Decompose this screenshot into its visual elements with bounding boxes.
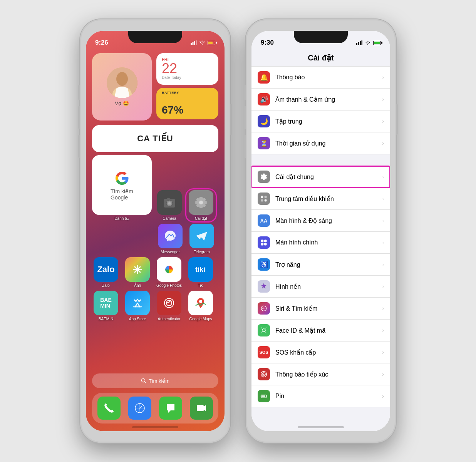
left-screen: 9:26 xyxy=(86,31,225,431)
dock-phone[interactable] xyxy=(97,397,121,420)
search-bar[interactable]: Tìm kiếm xyxy=(92,373,218,388)
taptrung-icon: 🌙 xyxy=(258,115,270,127)
telegram-icon-wrap xyxy=(189,224,214,248)
app-label-baemin: BAEMIN xyxy=(99,317,113,321)
google-photos-svg xyxy=(162,263,176,276)
zalo-text: Zalo xyxy=(97,264,114,275)
manhinh-label: Màn hình & Độ sáng xyxy=(275,217,377,224)
settings-list: 🔔 Thông báo › 🔊 Âm thanh & Cảm ứng › 🌙 T… xyxy=(251,66,390,424)
contact-notif-icon xyxy=(260,370,268,378)
pin-label: Pin xyxy=(275,393,377,400)
google-maps-svg xyxy=(194,296,208,310)
home-indicator[interactable] xyxy=(132,426,178,428)
hinhnền-chevron: › xyxy=(382,283,384,290)
widgets-row: Vợ 🤩 FRI 22 Date Today BATTERY 67% xyxy=(86,50,225,125)
app-icon-authenticator[interactable]: Authenticator xyxy=(155,291,183,321)
mute-button-r[interactable] xyxy=(244,85,246,100)
settings-item-faceid[interactable]: Face ID & Mật mã › xyxy=(251,320,390,341)
settings-item-manhinhchinh[interactable]: Màn hình chính › xyxy=(251,232,390,254)
baemin-icon-wrap: BAEMIN xyxy=(94,291,118,315)
dock-facetime[interactable] xyxy=(190,397,213,420)
app-icon-google-widget[interactable]: Tìm kiếmGoogle Danh bạ xyxy=(92,155,152,221)
manhinhchinh-chevron: › xyxy=(382,239,384,246)
app-label-telegram: Telegram xyxy=(194,250,210,254)
settings-item-thoigian[interactable]: ⏳ Thời gian sử dụng › xyxy=(251,132,390,154)
app-label-google-maps: Google Maps xyxy=(189,317,212,321)
google-widget[interactable]: Tìm kiếmGoogle xyxy=(92,155,152,215)
volume-down-button-r[interactable] xyxy=(244,135,246,158)
camera-icon-wrap xyxy=(157,190,182,215)
app-label-tiki: Tiki xyxy=(198,283,203,288)
settings-item-trungtam[interactable]: Trung tâm điều khiển › xyxy=(251,188,390,210)
dock-safari[interactable] xyxy=(128,397,151,420)
contact-avatar-image xyxy=(107,67,137,98)
battery-label: BATTERY xyxy=(162,91,179,95)
google-photos-icon-wrap xyxy=(157,257,181,282)
svg-rect-37 xyxy=(264,243,267,246)
power-button[interactable] xyxy=(230,104,232,135)
app-icon-appstore[interactable]: App Store xyxy=(124,291,151,321)
settings-item-amthanh[interactable]: 🔊 Âm thanh & Cảm ứng › xyxy=(251,89,390,110)
volume-down-button[interactable] xyxy=(78,135,80,158)
wifi-icon xyxy=(199,40,205,45)
settings-item-tronang[interactable]: ♿ Trợ năng › xyxy=(251,254,390,276)
tronang-icon: ♿ xyxy=(258,258,270,271)
app-icon-tiki[interactable]: tiki Tiki xyxy=(187,257,215,288)
google-logo-svg xyxy=(114,171,130,186)
trungtam-icon xyxy=(258,192,270,205)
facetime-icon xyxy=(195,402,208,414)
manhinh-chevron: › xyxy=(382,218,384,224)
settings-item-sos[interactable]: SOS SOS khẩn cấp › xyxy=(251,341,390,363)
thongbaotiepxuc-label: Thông báo tiếp xúc xyxy=(275,371,377,378)
settings-item-siri[interactable]: Siri & Tìm kiếm › xyxy=(251,298,390,320)
app-icon-google-photos[interactable]: Google Photos xyxy=(155,257,183,288)
volume-up-button[interactable] xyxy=(78,106,80,129)
dock-messages[interactable] xyxy=(159,397,182,420)
app-icon-google-maps[interactable]: Google Maps xyxy=(187,291,215,321)
app-icon-settings[interactable]: Cài đặt xyxy=(187,190,215,221)
notch-r xyxy=(294,31,348,43)
zalo-icon-wrap: Zalo xyxy=(94,257,118,282)
siri-icon xyxy=(258,302,270,315)
svg-point-11 xyxy=(168,202,171,204)
date-widget[interactable]: FRI 22 Date Today xyxy=(156,53,218,85)
settings-item-pin[interactable]: Pin › xyxy=(251,385,390,407)
app-icon-baemin[interactable]: BAEMIN BAEMIN xyxy=(92,291,120,321)
settings-item-hinhnền[interactable]: Hình nền › xyxy=(251,276,390,298)
settings-item-thongbao[interactable]: 🔔 Thông báo › xyxy=(251,66,390,89)
app-label-authenticator: Authenticator xyxy=(158,317,181,321)
contact-widget[interactable]: Vợ 🤩 xyxy=(92,53,152,121)
app-icon-photos[interactable]: Ảnh xyxy=(124,257,151,288)
battery-widget[interactable]: BATTERY 67% xyxy=(156,88,218,119)
home-indicator-r[interactable] xyxy=(298,426,344,428)
catiêu-widget[interactable]: CA TIẾU xyxy=(92,125,218,152)
catiêu-text: CA TIẾU xyxy=(137,134,173,144)
svg-point-41 xyxy=(264,330,265,330)
hinhnền-label: Hình nền xyxy=(275,283,377,290)
status-icons xyxy=(191,40,215,45)
app-label-camera: Camera xyxy=(163,216,176,221)
settings-item-manhinh[interactable]: AA Màn hình & Độ sáng › xyxy=(251,210,390,232)
svg-rect-2 xyxy=(194,41,195,45)
appstore-svg xyxy=(131,296,144,310)
trungtam-label: Trung tâm điều khiển xyxy=(275,195,377,203)
apps-row-3: Zalo Zalo xyxy=(92,257,218,288)
power-button-r[interactable] xyxy=(396,104,398,135)
notch xyxy=(128,31,182,43)
svg-point-14 xyxy=(136,268,139,271)
settings-item-caidatchung[interactable]: Cài đặt chung › xyxy=(251,166,390,188)
svg-point-13 xyxy=(199,201,203,204)
siri-label: Siri & Tìm kiếm xyxy=(275,305,377,312)
settings-item-taptrung[interactable]: 🌙 Tập trung › xyxy=(251,110,390,132)
mute-button[interactable] xyxy=(78,85,80,100)
settings-item-thongbaotiepxuc[interactable]: Thông báo tiếp xúc › xyxy=(251,363,390,385)
app-icon-camera[interactable]: Camera xyxy=(156,190,183,221)
baemin-text: BAEMIN xyxy=(100,297,112,309)
volume-up-button-r[interactable] xyxy=(244,106,246,129)
app-icon-telegram[interactable]: Telegram xyxy=(188,224,216,254)
signal-icon-r xyxy=(356,40,362,45)
app-icon-messenger[interactable]: Messenger xyxy=(156,224,184,254)
svg-rect-31 xyxy=(265,196,267,198)
app-icon-zalo[interactable]: Zalo Zalo xyxy=(92,257,120,288)
faceid-label: Face ID & Mật mã xyxy=(275,327,377,334)
